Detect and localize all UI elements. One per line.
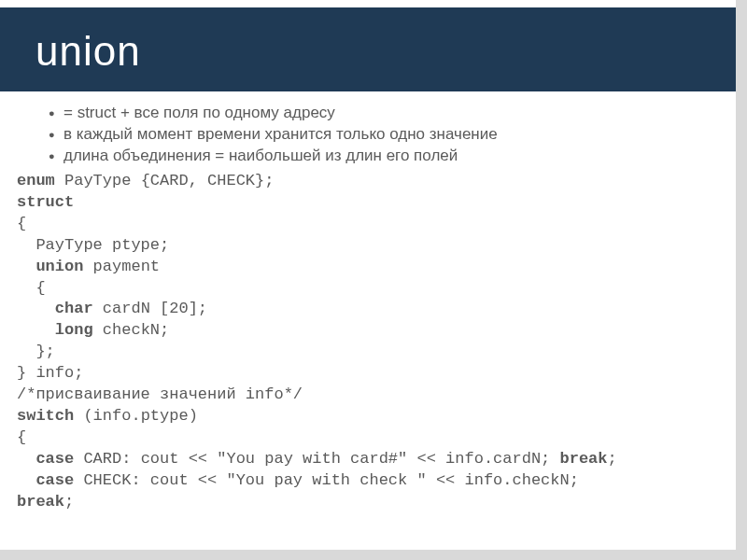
code-text — [17, 300, 55, 317]
code-text: ; — [64, 493, 74, 511]
code-text — [17, 450, 35, 468]
slide: union = struct + все поля по одному адре… — [0, 0, 736, 550]
keyword: case — [35, 450, 74, 468]
code-text — [17, 258, 35, 275]
title-band: union — [0, 7, 736, 91]
code-text: CARD: cout << "You pay with card#" << in… — [74, 450, 559, 468]
keyword: char — [55, 300, 93, 317]
keyword: long — [55, 321, 93, 339]
code-text: cardN [20]; — [93, 300, 207, 317]
code-text: { — [17, 279, 46, 297]
keyword: break — [17, 493, 64, 511]
code-text: ; — [608, 450, 617, 468]
slide-title: union — [35, 28, 736, 75]
keyword: case — [35, 471, 74, 489]
keyword: break — [560, 450, 608, 468]
keyword: enum — [17, 172, 55, 189]
code-text: { — [17, 428, 26, 446]
code-text — [17, 471, 35, 489]
code-text: PayType {CARD, CHECK}; — [55, 172, 275, 189]
content-area: = struct + все поля по одному адресу в к… — [0, 91, 736, 513]
bullet-item: длина объединения = наибольшей из длин е… — [49, 146, 719, 167]
bullet-list: = struct + все поля по одному адресу в к… — [17, 103, 719, 167]
code-text: (info.ptype) — [74, 407, 198, 425]
code-block: enum PayType {CARD, CHECK}; struct { Pay… — [17, 171, 719, 513]
keyword: switch — [17, 407, 74, 425]
keyword: union — [35, 258, 83, 275]
bullet-item: в каждый момент времени хранится только … — [49, 124, 719, 146]
code-text: payment — [83, 258, 160, 275]
code-text: checkN; — [93, 321, 170, 339]
code-text: { — [17, 215, 26, 232]
code-text: }; — [17, 343, 55, 360]
code-text: PayType ptype; — [17, 236, 169, 254]
bullet-item: = struct + все поля по одному адресу — [49, 103, 719, 124]
code-text: } info; — [17, 364, 83, 382]
code-text — [17, 321, 55, 339]
code-text: CHECK: cout << "You pay with check " << … — [74, 471, 579, 489]
keyword: struct — [17, 193, 74, 211]
code-text: /*присваивание значений info*/ — [17, 385, 303, 403]
